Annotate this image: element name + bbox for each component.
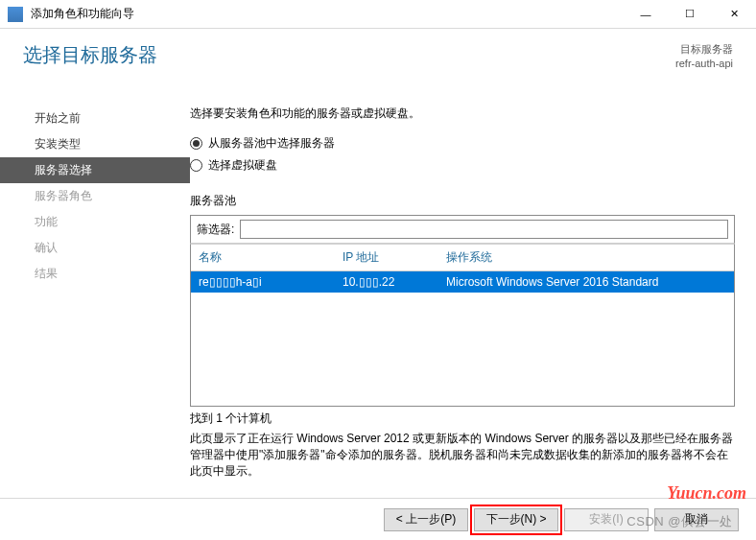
install-button: 安装(I) [564,508,649,531]
radio-icon [190,137,202,150]
cell-name: re▯▯▯▯h-a▯i [191,271,335,293]
step-installation-type[interactable]: 安装类型 [0,131,190,157]
minimize-button[interactable]: — [624,0,668,29]
titlebar: 添加角色和功能向导 — ☐ ✕ [0,0,756,29]
filter-box: 筛选器: [190,215,735,244]
window-title: 添加角色和功能向导 [31,6,134,22]
explanation-note: 此页显示了正在运行 Windows Server 2012 或更新版本的 Win… [190,431,735,480]
next-button[interactable]: 下一步(N) > [474,508,558,531]
cell-ip: 10.▯▯▯.22 [335,271,438,293]
target-server-label: 目标服务器 [675,42,733,57]
previous-button[interactable]: < 上一步(P) [384,508,468,531]
column-ip[interactable]: IP 地址 [335,245,438,270]
server-grid: 名称 IP 地址 操作系统 re▯▯▯▯h-a▯i 10.▯▯▯.22 Micr… [190,244,735,407]
step-server-selection[interactable]: 服务器选择 [0,157,190,183]
filter-input[interactable] [240,220,728,239]
instruction-text: 选择要安装角色和功能的服务器或虚拟硬盘。 [190,106,735,122]
main-panel: 选择要安装角色和功能的服务器或虚拟硬盘。 从服务器池中选择服务器 选择虚拟硬盘 … [190,90,756,498]
server-pool-label: 服务器池 [190,193,735,209]
radio-label: 从服务器池中选择服务器 [208,135,335,152]
target-server-indicator: 目标服务器 refr-auth-api [675,42,733,81]
button-bar: < 上一步(P) 下一步(N) > 安装(I) 取消 [0,498,756,540]
step-results: 结果 [0,261,190,287]
step-features: 功能 [0,209,190,235]
step-before-you-begin[interactable]: 开始之前 [0,106,190,131]
grid-header: 名称 IP 地址 操作系统 [191,245,734,271]
page-title: 选择目标服务器 [23,42,157,81]
server-row[interactable]: re▯▯▯▯h-a▯i 10.▯▯▯.22 Microsoft Windows … [191,271,734,293]
target-server-value: refr-auth-api [675,57,733,71]
cancel-button[interactable]: 取消 [654,508,739,531]
maximize-button[interactable]: ☐ [668,0,712,29]
radio-icon [190,159,202,172]
close-button[interactable]: ✕ [712,0,756,29]
window-controls: — ☐ ✕ [624,0,756,29]
page-header: 选择目标服务器 目标服务器 refr-auth-api [0,29,756,81]
step-server-roles: 服务器角色 [0,183,190,209]
found-count: 找到 1 个计算机 [190,411,735,427]
cell-os: Microsoft Windows Server 2016 Standard [438,271,734,293]
radio-label: 选择虚拟硬盘 [208,157,277,174]
column-name[interactable]: 名称 [191,245,335,270]
wizard-steps: 开始之前 安装类型 服务器选择 服务器角色 功能 确认 结果 [0,90,190,498]
radio-select-from-pool[interactable]: 从服务器池中选择服务器 [190,135,735,152]
filter-label: 筛选器: [197,222,234,238]
radio-select-vhd[interactable]: 选择虚拟硬盘 [190,157,735,174]
column-os[interactable]: 操作系统 [438,245,734,270]
step-confirmation: 确认 [0,235,190,261]
app-icon [8,7,23,22]
